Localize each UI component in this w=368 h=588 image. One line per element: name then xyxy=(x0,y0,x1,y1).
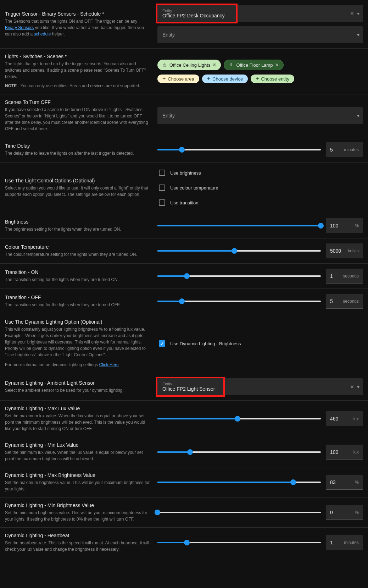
max-bright-desc: Set the maximum brightness value. This w… xyxy=(5,479,150,492)
time-delay-slider[interactable] xyxy=(157,149,321,150)
transition-off-desc: The transition setting for the lights wh… xyxy=(5,302,150,308)
click-here-link[interactable]: Click Here xyxy=(99,362,118,367)
time-delay-desc: The delay time to leave the lights on af… xyxy=(5,150,150,156)
transition-off-title: Transition - OFF xyxy=(5,295,150,300)
use-brightness-checkbox[interactable] xyxy=(159,170,165,176)
plus-icon: + xyxy=(162,76,166,82)
transition-off-slider[interactable] xyxy=(157,301,321,302)
binary-sensors-link[interactable]: Binary Sensors xyxy=(5,25,34,30)
colour-temp-title: Colour Temperature xyxy=(5,244,150,250)
ambient-sensor-desc: Select the ambient sensor to be used for… xyxy=(5,387,150,394)
entity-label: Entity xyxy=(162,382,345,386)
plus-icon: + xyxy=(207,76,210,82)
floor-lamp-icon: ⇑ xyxy=(228,62,234,68)
lights-title: Lights - Switches - Scenes * xyxy=(5,54,150,59)
min-bright-input[interactable]: 0 % xyxy=(326,505,363,520)
close-icon[interactable]: ✕ xyxy=(212,62,217,68)
schedule-link[interactable]: schedule xyxy=(34,32,51,37)
trigger-entity-value: Office FP2 Desk Occupancy xyxy=(162,13,345,18)
choose-device-button[interactable]: +Choose device xyxy=(202,75,248,83)
transition-on-slider[interactable] xyxy=(157,275,321,277)
use-colour-temp-checkbox[interactable] xyxy=(159,185,165,191)
brightness-title: Brightness xyxy=(5,219,150,225)
max-bright-input[interactable]: 83 % xyxy=(326,475,363,490)
use-colour-temp-label: Use colour temperature xyxy=(170,185,218,191)
use-transition-checkbox[interactable] xyxy=(159,199,165,206)
transition-on-title: Transition - ON xyxy=(5,269,150,275)
time-delay-title: Time Delay xyxy=(5,143,150,149)
choose-area-button[interactable]: +Choose area xyxy=(157,75,199,83)
trigger-sensor-desc: The Sensor/s that turns the lights ON an… xyxy=(5,18,150,37)
use-brightness-label: Use brightness xyxy=(170,170,201,176)
scenes-off-entity-select[interactable]: Entity ▾ xyxy=(157,107,363,124)
use-transition-label: Use transition xyxy=(170,200,198,205)
min-bright-slider[interactable] xyxy=(157,512,321,513)
use-dynamic-lighting-checkbox[interactable] xyxy=(159,340,165,347)
trigger-sensor-title: Trigger Sensor - Binary Sensors - Schedu… xyxy=(5,11,150,17)
heartbeat-input[interactable]: 1 minutes xyxy=(326,535,363,550)
max-lux-desc: Set the maximum lux value. When the lux … xyxy=(5,413,150,432)
transition-off-input[interactable]: 5 seconds xyxy=(326,294,363,309)
light-control-desc: Select any option you would like to use.… xyxy=(5,185,150,198)
chevron-down-icon[interactable]: ▾ xyxy=(357,32,359,38)
colour-temp-slider[interactable] xyxy=(157,250,321,252)
entity-label: Entity xyxy=(162,9,345,13)
colour-temp-desc: The colour temperature setting for the l… xyxy=(5,251,150,258)
transition-on-input[interactable]: 1 seconds xyxy=(326,269,363,284)
scenes-off-desc: If you have selected a scene to be turne… xyxy=(5,106,150,132)
chip-office-floor[interactable]: ⇑ Office Floor Lamp ✕ xyxy=(224,60,284,70)
clear-icon[interactable]: ✕ xyxy=(350,384,354,390)
entity-placeholder: Entity xyxy=(162,32,345,38)
entity-placeholder: Entity xyxy=(162,113,345,119)
max-bright-slider[interactable] xyxy=(157,482,321,483)
close-icon[interactable]: ✕ xyxy=(275,62,279,68)
min-lux-slider[interactable] xyxy=(157,451,321,453)
chevron-down-icon[interactable]: ▾ xyxy=(357,11,359,16)
min-lux-desc: Set the minimum lux value. When the lux … xyxy=(5,449,150,462)
min-lux-input[interactable]: 100 lux xyxy=(326,445,363,460)
ambient-sensor-title: Dynamic Lighting - Ambient Light Sensor xyxy=(5,380,150,386)
dynamic-lighting-title: Use The Dynamic Lighting Option (Optiona… xyxy=(5,319,150,325)
dynamic-lighting-more: For more information on dynamic lighting… xyxy=(5,362,150,368)
colour-temp-input[interactable]: 5000 kelvin xyxy=(326,243,363,258)
heartbeat-title: Dynamic Lighting - Heartbeat xyxy=(5,533,150,538)
heartbeat-slider[interactable] xyxy=(157,542,321,543)
brightness-slider[interactable] xyxy=(157,225,321,226)
lights-note: NOTE - You can only use entities. Areas … xyxy=(5,83,150,89)
lights-desc: The lights that get turned on by the tri… xyxy=(5,61,150,80)
chip-office-ceiling[interactable]: ◎ Office Ceiling Lights ✕ xyxy=(157,60,221,70)
ceiling-light-icon: ◎ xyxy=(162,62,167,68)
clear-icon[interactable]: ✕ xyxy=(350,11,354,16)
max-lux-input[interactable]: 460 lux xyxy=(326,411,363,426)
min-lux-title: Dynamic Lighting - Min Lux Value xyxy=(5,442,150,448)
plus-icon: + xyxy=(256,76,259,82)
transition-on-desc: The transition setting for the lights wh… xyxy=(5,276,150,283)
max-lux-slider[interactable] xyxy=(157,418,321,419)
scenes-off-title: Scenes To Turn OFF xyxy=(5,99,150,105)
max-lux-title: Dynamic Lighting - Max Lux Value xyxy=(5,406,150,411)
min-bright-title: Dynamic Lighting - Min Brightness Value xyxy=(5,502,150,508)
max-bright-title: Dynamic Lighting - Max Brightness Value xyxy=(5,472,150,478)
time-delay-input[interactable]: 5 minutes xyxy=(326,142,363,157)
chevron-down-icon[interactable]: ▾ xyxy=(357,384,359,390)
heartbeat-desc: Set the heartbeat rate. This is the spee… xyxy=(5,540,150,553)
brightness-desc: The brightness setting for the lights wh… xyxy=(5,226,150,232)
use-dynamic-lighting-label: Use Dynamic Lighting - Brightness xyxy=(170,341,241,346)
ambient-sensor-entity-select[interactable]: Entity Office FP2 Light Sensor ✕ ▾ xyxy=(157,378,363,395)
brightness-input[interactable]: 100 % xyxy=(326,218,363,233)
trigger-entity-select[interactable]: Entity Office FP2 Desk Occupancy ✕ ▾ xyxy=(157,5,363,22)
light-control-title: Use The Light Control Options (Optional) xyxy=(5,178,150,183)
ambient-sensor-entity-value: Office FP2 Light Sensor xyxy=(162,386,345,392)
dynamic-lighting-desc: This will constantly adjust your lightin… xyxy=(5,326,150,358)
chevron-down-icon[interactable]: ▾ xyxy=(357,113,359,119)
choose-entity-button[interactable]: +Choose entity xyxy=(251,75,294,83)
min-bright-desc: Set the minimum brightness value. This w… xyxy=(5,510,150,522)
trigger-entity-add-select[interactable]: Entity ▾ xyxy=(157,26,363,43)
